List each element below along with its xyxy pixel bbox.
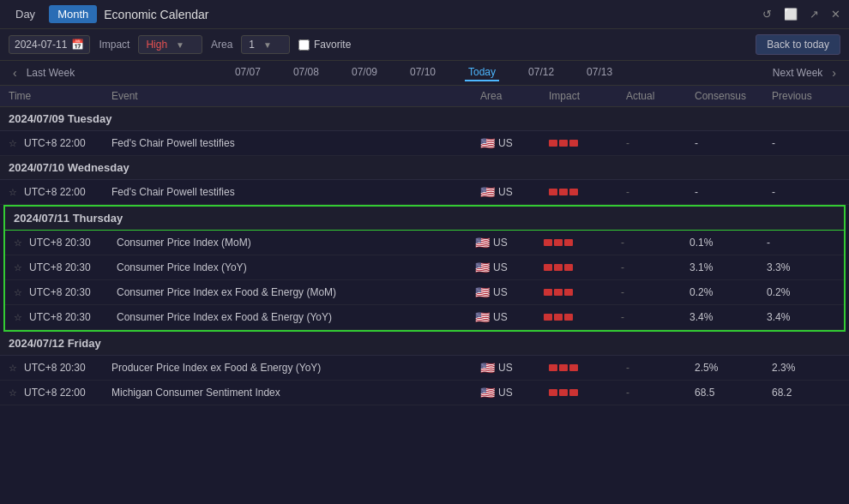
- col-area: Area: [480, 90, 549, 102]
- time-cell: ☆ UTC+8 20:30: [14, 261, 117, 273]
- impact-bar: [564, 239, 573, 246]
- back-to-today-button[interactable]: Back to today: [756, 34, 840, 55]
- date-tab-0708[interactable]: 07/08: [290, 64, 322, 81]
- table-row: ☆ UTC+8 22:00 Michigan Consumer Sentimen…: [0, 381, 849, 405]
- area-label: Area: [211, 39, 232, 51]
- prev-week-arrow[interactable]: ‹: [9, 64, 21, 81]
- impact-cell: [544, 239, 621, 246]
- impact-dropdown-arrow: ▼: [176, 40, 184, 50]
- date-tabs: 07/07 07/08 07/09 07/10 Today 07/12 07/1…: [80, 64, 768, 81]
- previous-cell: 3.4%: [767, 311, 835, 323]
- actual-cell: -: [621, 261, 689, 273]
- refresh-icon[interactable]: ↺: [762, 8, 772, 21]
- section-header: 2024/07/12 Friday: [0, 332, 849, 356]
- area-value: US: [493, 261, 508, 273]
- date-tab-0707[interactable]: 07/07: [232, 64, 264, 81]
- impact-bars: [544, 239, 621, 246]
- time-value: UTC+8 22:00: [24, 186, 86, 198]
- impact-bar: [549, 364, 557, 371]
- area-value: US: [498, 186, 513, 198]
- col-impact: Impact: [549, 90, 626, 102]
- impact-bar: [559, 140, 568, 147]
- prev-week-label[interactable]: Last Week: [21, 65, 80, 81]
- date-tab-today[interactable]: Today: [465, 64, 499, 81]
- star-icon[interactable]: ☆: [14, 237, 22, 249]
- time-value: UTC+8 22:00: [24, 137, 86, 149]
- star-icon[interactable]: ☆: [14, 262, 22, 273]
- col-time: Time: [9, 90, 111, 102]
- impact-bar: [559, 389, 568, 396]
- star-icon[interactable]: ☆: [9, 138, 17, 149]
- expand-icon[interactable]: ↗: [810, 8, 819, 21]
- time-value: UTC+8 20:30: [29, 286, 91, 298]
- flag-icon: 🇺🇸: [480, 185, 495, 199]
- next-week-label[interactable]: Next Week: [768, 65, 828, 81]
- event-cell: Michigan Consumer Sentiment Index: [111, 387, 480, 399]
- calendar-section: 2024/07/10 Wednesday ☆ UTC+8 22:00 Fed's…: [0, 156, 849, 205]
- close-icon[interactable]: ✕: [831, 8, 840, 21]
- date-value: 2024-07-11: [15, 39, 67, 51]
- flag-icon: 🇺🇸: [475, 261, 490, 274]
- section-header: 2024/07/09 Tuesday: [0, 107, 849, 131]
- event-cell: Fed's Chair Powell testifies: [111, 137, 480, 149]
- star-icon[interactable]: ☆: [14, 287, 22, 298]
- previous-cell: 68.2: [772, 387, 840, 399]
- date-tab-0713[interactable]: 07/13: [583, 64, 616, 81]
- area-value: US: [498, 137, 513, 149]
- col-actual: Actual: [626, 90, 695, 102]
- impact-bars: [544, 289, 621, 296]
- toolbar: 2024-07-11 📅 Impact High ▼ Area 1 ▼ Favo…: [0, 29, 849, 61]
- date-picker[interactable]: 2024-07-11 📅: [9, 35, 90, 54]
- star-icon[interactable]: ☆: [9, 363, 17, 374]
- star-icon[interactable]: ☆: [9, 387, 17, 399]
- area-cell: 🇺🇸 US: [475, 261, 544, 274]
- tab-day[interactable]: Day: [9, 5, 42, 23]
- impact-bar: [554, 289, 563, 296]
- calendar-body: 2024/07/09 Tuesday ☆ UTC+8 22:00 Fed's C…: [0, 107, 849, 405]
- favorite-label: Favorite: [314, 39, 351, 51]
- previous-cell: 0.2%: [767, 286, 835, 298]
- favorite-checkbox-input[interactable]: [298, 39, 310, 51]
- table-row: ☆ UTC+8 20:30 Producer Price Index ex Fo…: [0, 356, 849, 381]
- impact-bar: [569, 189, 578, 195]
- impact-bar: [549, 140, 557, 147]
- date-tab-0709[interactable]: 07/09: [348, 64, 381, 81]
- impact-bar: [544, 289, 552, 296]
- table-row: ☆ UTC+8 22:00 Fed's Chair Powell testifi…: [0, 180, 849, 205]
- calendar-section: 2024/07/12 Friday ☆ UTC+8 20:30 Producer…: [0, 332, 849, 405]
- flag-icon: 🇺🇸: [475, 310, 490, 324]
- consensus-cell: 0.1%: [689, 237, 767, 249]
- consensus-cell: 68.5: [695, 387, 772, 399]
- tab-month[interactable]: Month: [49, 5, 97, 23]
- impact-bar: [544, 314, 552, 321]
- next-week-arrow[interactable]: ›: [828, 64, 840, 81]
- area-cell: 🇺🇸 US: [475, 285, 544, 299]
- area-dropdown[interactable]: 1 ▼: [241, 35, 290, 54]
- impact-bars: [549, 140, 626, 147]
- impact-bar: [554, 264, 563, 271]
- col-consensus: Consensus: [695, 90, 772, 102]
- impact-bar: [559, 189, 568, 195]
- event-cell: Consumer Price Index (YoY): [117, 261, 475, 273]
- maximize-icon[interactable]: ⬜: [784, 8, 798, 21]
- impact-bar: [549, 389, 557, 396]
- area-value: 1: [249, 39, 255, 51]
- actual-cell: -: [626, 186, 695, 198]
- impact-cell: [544, 264, 621, 271]
- favorite-checkbox[interactable]: Favorite: [298, 39, 351, 51]
- consensus-cell: 2.5%: [695, 362, 772, 374]
- star-icon[interactable]: ☆: [9, 187, 17, 198]
- impact-bars: [549, 389, 626, 396]
- consensus-cell: 0.2%: [689, 286, 767, 298]
- impact-bar: [569, 140, 578, 147]
- impact-dropdown[interactable]: High ▼: [138, 35, 202, 54]
- area-dropdown-arrow: ▼: [263, 40, 272, 50]
- table-header: Time Event Area Impact Actual Consensus …: [0, 86, 849, 107]
- date-tab-0710[interactable]: 07/10: [406, 64, 439, 81]
- star-icon[interactable]: ☆: [14, 312, 22, 323]
- date-tab-0712[interactable]: 07/12: [525, 64, 557, 81]
- area-cell: 🇺🇸 US: [475, 236, 544, 249]
- event-cell: Consumer Price Index ex Food & Energy (Y…: [117, 311, 475, 323]
- flag-icon: 🇺🇸: [480, 386, 495, 399]
- consensus-cell: 3.1%: [689, 261, 767, 273]
